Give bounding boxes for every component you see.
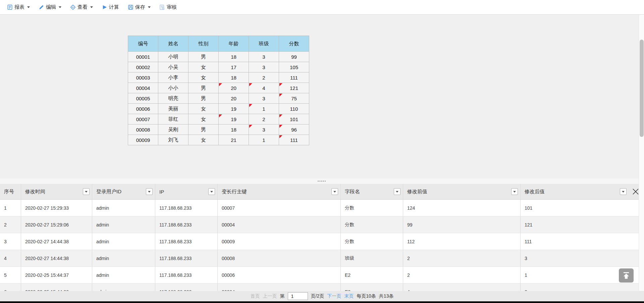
toolbar-button-save[interactable]: 保存 bbox=[123, 2, 155, 13]
report-cell[interactable]: 4 bbox=[249, 83, 279, 93]
column-filter-button[interactable] bbox=[83, 188, 90, 195]
report-cell[interactable]: 男 bbox=[189, 124, 219, 135]
report-cell[interactable]: 女 bbox=[189, 62, 219, 72]
column-filter-button[interactable] bbox=[146, 188, 153, 195]
report-cell[interactable]: 明亮 bbox=[158, 93, 189, 104]
next-page-link[interactable]: 下一页 bbox=[327, 293, 341, 299]
log-header-cell: 修改后值 bbox=[521, 184, 644, 199]
report-header-cell: 姓名 bbox=[158, 36, 189, 52]
report-cell[interactable]: 3 bbox=[249, 93, 279, 104]
report-cell[interactable]: 75 bbox=[279, 93, 309, 104]
report-cell[interactable]: 3 bbox=[249, 52, 279, 62]
log-cell: 2020-02-27 14:44:38 bbox=[21, 250, 92, 266]
report-cell[interactable]: 小李 bbox=[158, 72, 189, 83]
report-cell[interactable]: 99 bbox=[279, 52, 309, 62]
toolbar-button-calculate[interactable]: 计算 bbox=[97, 2, 123, 13]
report-cell[interactable]: 19 bbox=[219, 104, 249, 114]
report-cell[interactable]: 21 bbox=[219, 135, 249, 145]
prev-page-link[interactable]: 上一页 bbox=[263, 293, 277, 299]
report-cell[interactable]: 18 bbox=[219, 124, 249, 135]
report-cell[interactable]: 小明 bbox=[158, 52, 189, 62]
report-cell[interactable]: 00009 bbox=[128, 135, 158, 145]
column-filter-button[interactable] bbox=[511, 188, 518, 195]
report-cell[interactable]: 18 bbox=[219, 72, 249, 83]
log-cell: 111 bbox=[521, 233, 644, 250]
report-cell[interactable]: 121 bbox=[279, 83, 309, 93]
report-cell[interactable]: 2 bbox=[249, 72, 279, 83]
report-cell[interactable]: 101 bbox=[279, 114, 309, 124]
report-cell[interactable]: 3 bbox=[249, 62, 279, 72]
vertical-scrollbar[interactable] bbox=[639, 15, 644, 291]
log-header-cell: 字段名 bbox=[341, 184, 403, 199]
report-cell[interactable]: 00006 bbox=[128, 104, 158, 114]
report-cell[interactable]: 105 bbox=[279, 62, 309, 72]
report-cell[interactable]: 男 bbox=[189, 83, 219, 93]
report-table-row: 00003 小李 女 18 2 111 bbox=[128, 72, 309, 83]
toolbar-button-audit[interactable]: 审核 bbox=[155, 2, 181, 13]
scrollbar-thumb[interactable] bbox=[640, 40, 644, 137]
report-cell[interactable]: 男 bbox=[189, 52, 219, 62]
report-canvas: 编号 姓名 性别 年龄 班级 分数 00001 小明 男 18 3 99 000… bbox=[0, 15, 639, 179]
report-header-cell: 年龄 bbox=[219, 36, 249, 52]
report-cell[interactable]: 1 bbox=[249, 104, 279, 114]
close-icon[interactable] bbox=[632, 188, 639, 195]
report-cell[interactable]: 20 bbox=[219, 93, 249, 104]
log-cell: admin bbox=[92, 233, 155, 250]
log-header-cell: 序号 bbox=[0, 184, 21, 199]
column-filter-button[interactable] bbox=[394, 188, 400, 195]
report-cell[interactable]: 男 bbox=[189, 93, 219, 104]
window-bottom-edge bbox=[0, 301, 644, 303]
log-cell: 00004 bbox=[218, 284, 341, 291]
report-cell[interactable]: 刘飞 bbox=[158, 135, 189, 145]
log-cell: 2020-02-25 15:44:37 bbox=[21, 267, 92, 283]
calculate-play-icon bbox=[102, 4, 107, 10]
report-cell[interactable]: 吴刚 bbox=[158, 124, 189, 135]
log-cell: 2 bbox=[403, 250, 521, 266]
page-number-input[interactable] bbox=[288, 292, 308, 300]
report-table-row: 00004 小小 男 20 4 121 bbox=[128, 83, 309, 93]
report-cell[interactable]: 19 bbox=[219, 114, 249, 124]
report-cell[interactable]: 女 bbox=[189, 114, 219, 124]
toolbar-button-edit[interactable]: 编辑 bbox=[34, 2, 66, 13]
column-label: IP bbox=[159, 189, 164, 195]
column-filter-button[interactable] bbox=[620, 188, 627, 195]
report-cell[interactable]: 110 bbox=[279, 104, 309, 114]
report-cell[interactable]: 小小 bbox=[158, 83, 189, 93]
report-cell[interactable]: 3 bbox=[249, 124, 279, 135]
log-cell: E2 bbox=[341, 267, 403, 283]
report-cell[interactable]: 女 bbox=[189, 104, 219, 114]
report-cell[interactable]: 女 bbox=[189, 135, 219, 145]
report-cell[interactable]: 18 bbox=[219, 52, 249, 62]
toolbar-button-report[interactable]: 报表 bbox=[3, 2, 34, 13]
splitter-handle[interactable]: ••••• bbox=[0, 179, 644, 184]
toolbar-button-view[interactable]: 查看 bbox=[66, 2, 97, 13]
report-cell[interactable]: 20 bbox=[219, 83, 249, 93]
report-icon bbox=[7, 4, 13, 10]
column-filter-button[interactable] bbox=[331, 188, 338, 195]
dropdown-caret-icon bbox=[59, 6, 61, 8]
report-cell[interactable]: 96 bbox=[279, 124, 309, 135]
log-row: 5 2020-02-25 15:44:37 admin 117.188.68.2… bbox=[0, 267, 644, 284]
first-page-link[interactable]: 首页 bbox=[251, 293, 260, 299]
report-cell[interactable]: 女 bbox=[189, 72, 219, 83]
log-panel: 序号 修改时间 登录用户ID IP 变长行主键 字段名 修改前值 修改后值 bbox=[0, 184, 644, 291]
report-cell[interactable]: 00008 bbox=[128, 124, 158, 135]
report-cell[interactable]: 00002 bbox=[128, 62, 158, 72]
report-cell[interactable]: 2 bbox=[249, 114, 279, 124]
report-cell[interactable]: 1 bbox=[249, 135, 279, 145]
report-cell[interactable]: 00007 bbox=[128, 114, 158, 124]
back-to-top-button[interactable] bbox=[619, 268, 634, 283]
last-page-link[interactable]: 末页 bbox=[344, 293, 354, 299]
report-cell[interactable]: 17 bbox=[219, 62, 249, 72]
report-cell[interactable]: 00004 bbox=[128, 83, 158, 93]
column-filter-button[interactable] bbox=[208, 188, 215, 195]
report-cell[interactable]: 00005 bbox=[128, 93, 158, 104]
report-cell[interactable]: 111 bbox=[279, 135, 309, 145]
report-cell[interactable]: 00001 bbox=[128, 52, 158, 62]
report-cell[interactable]: 小吴 bbox=[158, 62, 189, 72]
report-cell[interactable]: 菲红 bbox=[158, 114, 189, 124]
report-cell[interactable]: 111 bbox=[279, 72, 309, 83]
report-cell[interactable]: 00003 bbox=[128, 72, 158, 83]
total-count-label: 共13条 bbox=[379, 293, 394, 299]
report-cell[interactable]: 美丽 bbox=[158, 104, 189, 114]
